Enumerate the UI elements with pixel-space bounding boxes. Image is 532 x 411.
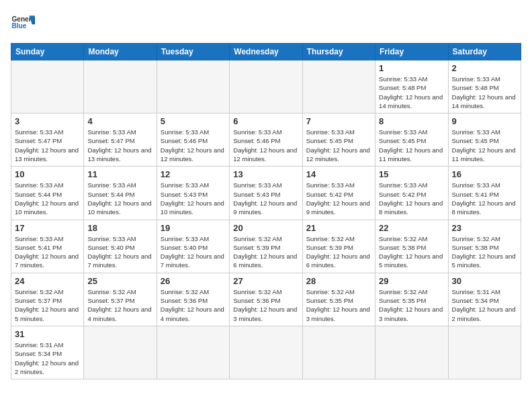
calendar-week-row: 24Sunrise: 5:32 AM Sunset: 5:37 PM Dayli… <box>11 273 521 326</box>
calendar-week-row: 10Sunrise: 5:33 AM Sunset: 5:44 PM Dayli… <box>11 167 521 220</box>
calendar-cell <box>448 326 521 379</box>
day-info: Sunrise: 5:33 AM Sunset: 5:41 PM Dayligh… <box>452 181 517 216</box>
calendar-cell: 14Sunrise: 5:33 AM Sunset: 5:42 PM Dayli… <box>302 167 375 220</box>
day-number: 5 <box>161 116 226 126</box>
day-info: Sunrise: 5:32 AM Sunset: 5:38 PM Dayligh… <box>379 234 444 270</box>
calendar-cell: 23Sunrise: 5:32 AM Sunset: 5:38 PM Dayli… <box>448 220 521 273</box>
calendar-cell <box>11 60 84 113</box>
day-header-wednesday: Wednesday <box>230 44 302 60</box>
day-number: 13 <box>233 169 298 179</box>
calendar-week-row: 31Sunrise: 5:31 AM Sunset: 5:34 PM Dayli… <box>11 326 521 379</box>
calendar-cell: 7Sunrise: 5:33 AM Sunset: 5:45 PM Daylig… <box>302 113 375 167</box>
calendar-cell: 28Sunrise: 5:32 AM Sunset: 5:35 PM Dayli… <box>302 273 375 326</box>
day-number: 21 <box>306 223 371 233</box>
day-number: 25 <box>87 276 152 286</box>
day-info: Sunrise: 5:31 AM Sunset: 5:34 PM Dayligh… <box>15 340 80 376</box>
calendar-cell: 4Sunrise: 5:33 AM Sunset: 5:47 PM Daylig… <box>84 113 157 167</box>
day-info: Sunrise: 5:32 AM Sunset: 5:37 PM Dayligh… <box>15 287 80 323</box>
day-info: Sunrise: 5:33 AM Sunset: 5:42 PM Dayligh… <box>306 181 371 216</box>
calendar-cell: 9Sunrise: 5:33 AM Sunset: 5:45 PM Daylig… <box>448 113 521 167</box>
day-number: 30 <box>452 276 517 286</box>
calendar-cell: 19Sunrise: 5:33 AM Sunset: 5:40 PM Dayli… <box>157 220 229 273</box>
day-info: Sunrise: 5:33 AM Sunset: 5:40 PM Dayligh… <box>87 234 152 270</box>
day-number: 19 <box>161 223 226 233</box>
day-number: 6 <box>233 116 298 126</box>
day-number: 8 <box>379 116 444 126</box>
day-number: 26 <box>161 276 226 286</box>
calendar-cell <box>230 60 302 113</box>
day-number: 7 <box>306 116 371 126</box>
day-info: Sunrise: 5:32 AM Sunset: 5:35 PM Dayligh… <box>379 287 444 323</box>
day-info: Sunrise: 5:33 AM Sunset: 5:42 PM Dayligh… <box>379 181 444 216</box>
day-info: Sunrise: 5:33 AM Sunset: 5:45 PM Dayligh… <box>306 128 371 163</box>
day-header-saturday: Saturday <box>448 44 521 60</box>
day-number: 20 <box>233 223 298 233</box>
day-header-monday: Monday <box>84 44 157 60</box>
day-number: 17 <box>15 223 80 233</box>
day-info: Sunrise: 5:33 AM Sunset: 5:46 PM Dayligh… <box>233 128 298 163</box>
day-number: 2 <box>452 63 517 73</box>
day-info: Sunrise: 5:32 AM Sunset: 5:37 PM Dayligh… <box>87 287 152 323</box>
day-number: 22 <box>379 223 444 233</box>
day-number: 27 <box>233 276 298 286</box>
calendar-cell: 20Sunrise: 5:32 AM Sunset: 5:39 PM Dayli… <box>230 220 302 273</box>
calendar-cell: 22Sunrise: 5:32 AM Sunset: 5:38 PM Dayli… <box>375 220 448 273</box>
day-number: 29 <box>379 276 444 286</box>
day-number: 28 <box>306 276 371 286</box>
day-number: 12 <box>161 169 226 179</box>
calendar-cell: 2Sunrise: 5:33 AM Sunset: 5:48 PM Daylig… <box>448 60 521 113</box>
day-number: 14 <box>306 169 371 179</box>
day-header-friday: Friday <box>375 44 448 60</box>
day-info: Sunrise: 5:33 AM Sunset: 5:43 PM Dayligh… <box>161 181 226 216</box>
day-info: Sunrise: 5:33 AM Sunset: 5:46 PM Dayligh… <box>161 128 226 163</box>
day-number: 23 <box>452 223 517 233</box>
day-number: 9 <box>452 116 517 126</box>
day-info: Sunrise: 5:33 AM Sunset: 5:47 PM Dayligh… <box>87 128 152 163</box>
day-info: Sunrise: 5:32 AM Sunset: 5:39 PM Dayligh… <box>233 234 298 270</box>
calendar-cell: 12Sunrise: 5:33 AM Sunset: 5:43 PM Dayli… <box>157 167 229 220</box>
day-info: Sunrise: 5:33 AM Sunset: 5:44 PM Dayligh… <box>15 181 80 216</box>
calendar-cell <box>157 60 229 113</box>
calendar-cell <box>230 326 302 379</box>
day-info: Sunrise: 5:32 AM Sunset: 5:36 PM Dayligh… <box>161 287 226 323</box>
calendar-cell: 24Sunrise: 5:32 AM Sunset: 5:37 PM Dayli… <box>11 273 84 326</box>
day-info: Sunrise: 5:33 AM Sunset: 5:41 PM Dayligh… <box>15 234 80 270</box>
calendar-cell: 6Sunrise: 5:33 AM Sunset: 5:46 PM Daylig… <box>230 113 302 167</box>
calendar-cell: 1Sunrise: 5:33 AM Sunset: 5:48 PM Daylig… <box>375 60 448 113</box>
calendar-cell: 31Sunrise: 5:31 AM Sunset: 5:34 PM Dayli… <box>11 326 84 379</box>
calendar-cell: 10Sunrise: 5:33 AM Sunset: 5:44 PM Dayli… <box>11 167 84 220</box>
calendar-header-row: SundayMondayTuesdayWednesdayThursdayFrid… <box>11 44 521 60</box>
calendar-cell: 30Sunrise: 5:31 AM Sunset: 5:34 PM Dayli… <box>448 273 521 326</box>
day-info: Sunrise: 5:32 AM Sunset: 5:39 PM Dayligh… <box>306 234 371 270</box>
calendar-cell <box>84 60 157 113</box>
calendar-cell: 11Sunrise: 5:33 AM Sunset: 5:44 PM Dayli… <box>84 167 157 220</box>
day-info: Sunrise: 5:32 AM Sunset: 5:36 PM Dayligh… <box>233 287 298 323</box>
calendar-cell: 26Sunrise: 5:32 AM Sunset: 5:36 PM Dayli… <box>157 273 229 326</box>
day-info: Sunrise: 5:33 AM Sunset: 5:45 PM Dayligh… <box>379 128 444 163</box>
calendar-cell <box>157 326 229 379</box>
calendar-cell <box>84 326 157 379</box>
day-info: Sunrise: 5:33 AM Sunset: 5:47 PM Dayligh… <box>15 128 80 163</box>
calendar-cell: 27Sunrise: 5:32 AM Sunset: 5:36 PM Dayli… <box>230 273 302 326</box>
day-info: Sunrise: 5:33 AM Sunset: 5:44 PM Dayligh… <box>87 181 152 216</box>
logo-icon: General Blue <box>11 11 35 35</box>
day-number: 11 <box>87 169 152 179</box>
day-header-sunday: Sunday <box>11 44 84 60</box>
calendar-cell: 8Sunrise: 5:33 AM Sunset: 5:45 PM Daylig… <box>375 113 448 167</box>
header: General Blue <box>11 11 521 35</box>
day-number: 24 <box>15 276 80 286</box>
calendar-cell: 3Sunrise: 5:33 AM Sunset: 5:47 PM Daylig… <box>11 113 84 167</box>
logo: General Blue <box>11 11 35 35</box>
calendar-cell: 15Sunrise: 5:33 AM Sunset: 5:42 PM Dayli… <box>375 167 448 220</box>
day-info: Sunrise: 5:33 AM Sunset: 5:48 PM Dayligh… <box>379 75 444 110</box>
calendar-cell: 16Sunrise: 5:33 AM Sunset: 5:41 PM Dayli… <box>448 167 521 220</box>
calendar-week-row: 1Sunrise: 5:33 AM Sunset: 5:48 PM Daylig… <box>11 60 521 113</box>
calendar-cell: 13Sunrise: 5:33 AM Sunset: 5:43 PM Dayli… <box>230 167 302 220</box>
calendar-week-row: 17Sunrise: 5:33 AM Sunset: 5:41 PM Dayli… <box>11 220 521 273</box>
day-info: Sunrise: 5:31 AM Sunset: 5:34 PM Dayligh… <box>452 287 517 323</box>
day-number: 1 <box>379 63 444 73</box>
day-number: 16 <box>452 169 517 179</box>
svg-text:Blue: Blue <box>11 22 26 30</box>
calendar-cell <box>302 326 375 379</box>
calendar-cell: 29Sunrise: 5:32 AM Sunset: 5:35 PM Dayli… <box>375 273 448 326</box>
